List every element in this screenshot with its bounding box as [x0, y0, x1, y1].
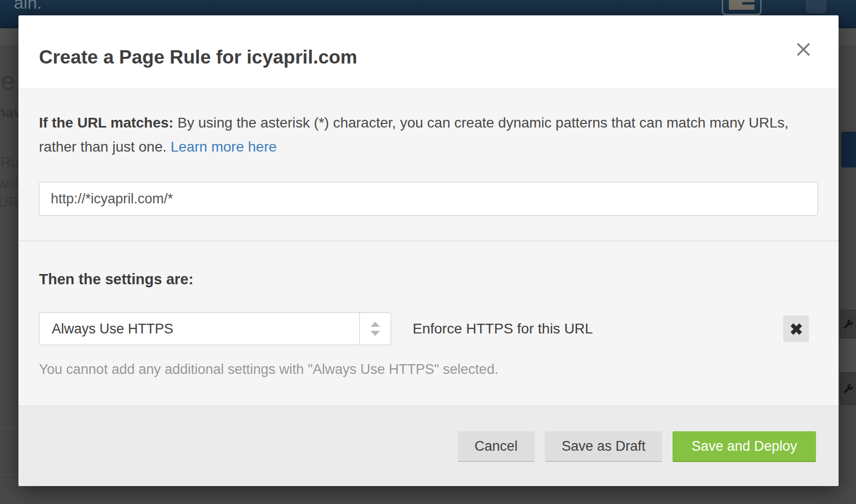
footer-button-row: Cancel Save as Draft Save and Deploy: [458, 431, 816, 462]
layout-icon-bar: [742, 0, 755, 2]
url-pattern-input[interactable]: [39, 182, 818, 216]
setting-description: Enforce HTTPS for this URL: [413, 312, 593, 345]
dialog-header: Create a Page Rule for icyapril.com: [18, 15, 839, 89]
navbar-icon-fragment: [806, 0, 826, 13]
edit-settings-button-fragment: [840, 372, 856, 405]
wrench-icon: [843, 319, 854, 330]
table-row-divider-fragment: [0, 428, 18, 429]
layout-icon-bar: [742, 5, 755, 10]
edit-settings-button-fragment: [840, 310, 856, 338]
setting-select-value: Always Use HTTPS: [52, 313, 173, 345]
navbar-domain-text-fragment: ain.: [14, 0, 42, 13]
page-paragraph-text-fragment: will: [0, 175, 18, 192]
dialog-title: Create a Page Rule for icyapril.com: [39, 47, 357, 68]
layout-icon-left-block: [729, 0, 742, 10]
save-and-deploy-button[interactable]: Save and Deploy: [672, 431, 816, 462]
close-button[interactable]: [792, 38, 814, 60]
screen: ain. e nav Ru will UR: [0, 0, 856, 504]
wrench-icon: [843, 383, 854, 394]
blue-button-fragment: [841, 132, 856, 167]
setting-select[interactable]: Always Use HTTPS: [39, 312, 391, 345]
url-match-label: If the URL matches:: [39, 115, 173, 131]
save-as-draft-button[interactable]: Save as Draft: [545, 431, 663, 462]
select-spinner[interactable]: [359, 313, 391, 345]
remove-setting-button[interactable]: [783, 316, 809, 342]
page-heading-text-fragment: e: [1, 66, 15, 96]
cancel-button[interactable]: Cancel: [458, 431, 535, 462]
table-row-fragment: [839, 339, 856, 372]
url-match-description: If the URL matches: By using the asteris…: [39, 111, 805, 159]
page-paragraph-text-fragment: UR: [0, 194, 18, 211]
remove-icon: [789, 322, 803, 336]
settings-heading: Then the settings are:: [39, 270, 193, 288]
settings-helper-text: You cannot add any additional settings w…: [39, 360, 498, 379]
learn-more-link[interactable]: Learn more here: [171, 139, 277, 155]
close-icon: [796, 41, 811, 57]
page-paragraph-text-fragment: Ru: [1, 154, 19, 171]
table-row-divider-fragment: [0, 474, 18, 475]
chevron-down-icon: [371, 331, 380, 336]
chevron-up-icon: [371, 322, 380, 327]
create-page-rule-dialog: Create a Page Rule for icyapril.com If t…: [18, 15, 839, 486]
layout-icon: [722, 0, 762, 15]
